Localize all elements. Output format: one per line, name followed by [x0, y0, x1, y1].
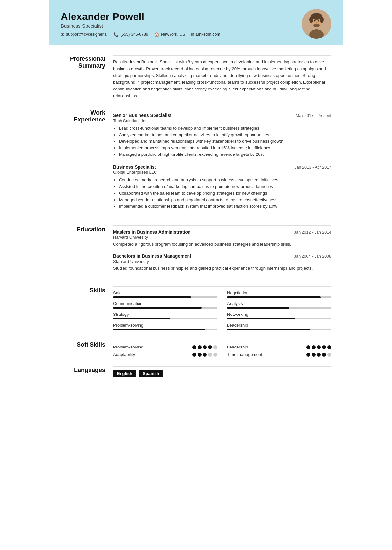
svg-point-9: [316, 22, 317, 24]
svg-point-4: [309, 16, 313, 23]
svg-point-6: [313, 24, 320, 27]
skills-body: Sales Negotiation Communication Analysis…: [113, 286, 331, 332]
bullet-item: Lead cross-functional teams to develop a…: [119, 125, 331, 132]
bullet-item: Collaborated with the sales team to deve…: [119, 190, 331, 197]
education-label: Education: [61, 225, 113, 277]
main-content: ProfessionalSummary Results-driven Busin…: [49, 45, 343, 396]
job-title-2: Business Specialist: [113, 164, 156, 170]
phone-contact: 📞 (555) 345-6789: [113, 32, 148, 37]
job-header-2: Business Specialist Jan 2013 - Apr 2017: [113, 164, 331, 170]
email-icon: ✉: [61, 32, 64, 37]
email-contact: ✉ support@cvdesigner.ai: [61, 32, 107, 37]
skills-section: Skills Sales Negotiation Communication A…: [61, 286, 331, 332]
bullet-item: Analyzed market trends and competitor ac…: [119, 132, 331, 138]
summary-text: Results-driven Business Specialist with …: [113, 59, 331, 100]
edu-degree-1: Masters in Business Administration: [113, 229, 191, 235]
soft-skill-adaptability: Adaptability: [113, 352, 217, 357]
skill-item-strategy: Strategy: [113, 312, 217, 319]
location-icon: 🏠: [154, 32, 159, 37]
languages-section: Languages English Spanish: [61, 366, 331, 377]
job-company-1: Tech Solutions Inc.: [113, 118, 331, 123]
job-date-2: Jan 2013 - Apr 2017: [294, 165, 331, 170]
contact-row: ✉ support@cvdesigner.ai 📞 (555) 345-6789…: [61, 32, 220, 37]
skills-label: Skills: [61, 286, 113, 332]
job-header-1: Senior Business Specialist May 2017 - Pr…: [113, 113, 331, 118]
soft-skills-section: Soft Skills Problem-solving Leadership: [61, 341, 331, 357]
skills-grid: Sales Negotiation Communication Analysis…: [113, 290, 331, 332]
lang-tag-english: English: [113, 370, 136, 377]
job-title-1: Senior Business Specialist: [113, 113, 172, 118]
header: Alexander Powell Business Specialist ✉ s…: [49, 0, 343, 45]
bullet-item: Conducted market research and analysis t…: [119, 177, 331, 183]
location-contact: 🏠 NewYork, US: [154, 32, 185, 37]
skill-item-sales: Sales: [113, 290, 217, 298]
job-bullets-1: Lead cross-functional teams to develop a…: [113, 125, 331, 158]
bullet-item: Implemented a customer feedback system t…: [119, 203, 331, 210]
candidate-name: Alexander Powell: [61, 11, 220, 22]
edu-school-2: Stanford University: [113, 259, 331, 264]
work-section: WorkExperience Senior Business Specialis…: [61, 109, 331, 216]
job-date-1: May 2017 - Present: [296, 113, 331, 118]
edu-degree-2: Bachelors in Business Management: [113, 253, 191, 259]
edu-date-2: Jan 2004 - Jan 2008: [294, 254, 331, 259]
svg-point-5: [320, 16, 324, 23]
edu-desc-1: Completed a rigorous program focusing on…: [113, 241, 331, 248]
job-entry-1: Senior Business Specialist May 2017 - Pr…: [113, 113, 331, 158]
job-bullets-2: Conducted market research and analysis t…: [113, 177, 331, 210]
languages-body: English Spanish: [113, 366, 331, 377]
candidate-title: Business Specialist: [61, 23, 220, 29]
education-section: Education Masters in Business Administra…: [61, 225, 331, 277]
work-label: WorkExperience: [61, 109, 113, 216]
skill-item-communication: Communication: [113, 301, 217, 309]
phone-icon: 📞: [113, 32, 119, 37]
skill-item-problem-solving: Problem-solving: [113, 323, 217, 330]
soft-skills-grid: Problem-solving Leadership: [113, 345, 331, 357]
skill-item-networking: Networking: [227, 312, 331, 319]
linkedin-contact: in LinkedIn.com: [191, 32, 220, 37]
svg-point-7: [314, 20, 316, 22]
soft-skill-leadership: Leadership: [227, 345, 331, 349]
skill-item-leadership: Leadership: [227, 323, 331, 330]
bullet-item: Managed vendor relationships and negotia…: [119, 197, 331, 203]
job-entry-2: Business Specialist Jan 2013 - Apr 2017 …: [113, 164, 331, 210]
education-body: Masters in Business Administration Jan 2…: [113, 225, 331, 277]
skill-item-analysis: Analysis: [227, 301, 331, 309]
soft-skill-time-management: Time management: [227, 352, 331, 357]
language-tags: English Spanish: [113, 370, 331, 377]
soft-skills-label: Soft Skills: [61, 341, 113, 357]
bullet-item: Managed a portfolio of high-profile clie…: [119, 151, 331, 158]
edu-header-1: Masters in Business Administration Jan 2…: [113, 229, 331, 235]
summary-section: ProfessionalSummary Results-driven Busin…: [61, 55, 331, 100]
skill-item-negotiation: Negotiation: [227, 290, 331, 298]
bullet-item: Assisted in the creation of marketing ca…: [119, 184, 331, 190]
summary-label: ProfessionalSummary: [61, 55, 113, 100]
edu-header-2: Bachelors in Business Management Jan 200…: [113, 253, 331, 259]
header-left: Alexander Powell Business Specialist ✉ s…: [61, 11, 220, 37]
soft-skills-body: Problem-solving Leadership: [113, 341, 331, 357]
languages-label: Languages: [61, 366, 113, 377]
edu-entry-1: Masters in Business Administration Jan 2…: [113, 229, 331, 248]
edu-school-1: Harvard University: [113, 235, 331, 240]
soft-skill-problem-solving: Problem-solving: [113, 345, 217, 349]
job-company-2: Global Enterprises LLC: [113, 170, 331, 175]
avatar: [302, 9, 331, 39]
bullet-item: Developed and maintained relationships w…: [119, 138, 331, 145]
edu-entry-2: Bachelors in Business Management Jan 200…: [113, 253, 331, 272]
edu-date-1: Jan 2012 - Jan 2014: [294, 230, 331, 235]
summary-body: Results-driven Business Specialist with …: [113, 55, 331, 100]
svg-point-8: [318, 20, 319, 22]
edu-desc-2: Studied foundational business principles…: [113, 265, 331, 272]
work-body: Senior Business Specialist May 2017 - Pr…: [113, 109, 331, 216]
lang-tag-spanish: Spanish: [139, 370, 163, 377]
linkedin-icon: in: [191, 32, 194, 37]
bullet-item: Implemented process improvements that re…: [119, 145, 331, 151]
